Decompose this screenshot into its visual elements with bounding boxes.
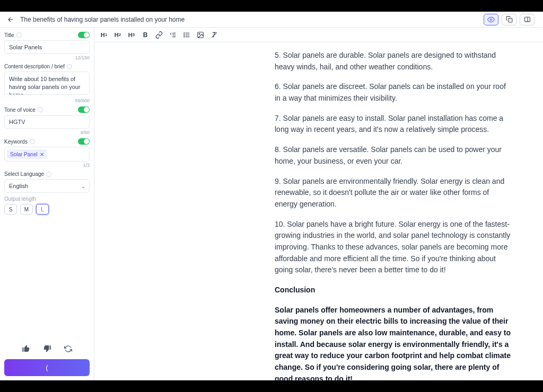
- svg-point-10: [184, 32, 185, 33]
- generate-button[interactable]: (: [4, 359, 90, 376]
- ordered-list-button[interactable]: [169, 30, 177, 40]
- copy-icon: [506, 16, 513, 23]
- language-label: Select Language: [4, 171, 51, 177]
- brief-counter: 59/600: [4, 98, 90, 103]
- list-ordered-icon: [169, 31, 177, 39]
- title-label: Title: [4, 32, 22, 38]
- keyword-tag: Solar Panel ✕: [7, 149, 47, 159]
- title-toggle[interactable]: [78, 32, 90, 38]
- thumbs-up-icon: [22, 344, 30, 353]
- arrow-left-icon: [7, 16, 14, 23]
- tone-toggle[interactable]: [78, 106, 90, 113]
- copy-button[interactable]: [502, 14, 516, 25]
- eye-icon: [487, 16, 495, 23]
- unordered-list-button[interactable]: [182, 30, 191, 40]
- link-button[interactable]: [155, 30, 163, 40]
- refresh-icon: [64, 345, 72, 353]
- output-length-segmented: S M L: [4, 204, 90, 215]
- main-area: H1 H2 H3 B: [94, 28, 543, 380]
- svg-point-14: [199, 33, 200, 34]
- thumbs-down-button[interactable]: [42, 343, 52, 354]
- language-select[interactable]: English: [4, 179, 90, 193]
- tone-input[interactable]: [4, 115, 90, 129]
- thumbs-down-icon: [43, 344, 51, 353]
- keywords-counter: 1/3: [4, 163, 90, 168]
- svg-point-0: [490, 19, 492, 21]
- conclusion-heading: Conclusion: [275, 284, 511, 296]
- svg-rect-1: [508, 19, 512, 22]
- thumbs-up-button[interactable]: [21, 343, 31, 354]
- editor-toolbar: H1 H2 H3 B: [94, 28, 543, 42]
- image-button[interactable]: [196, 30, 205, 40]
- remove-tag-icon[interactable]: ✕: [40, 152, 44, 157]
- info-icon: [30, 139, 35, 144]
- panel-toggle-button[interactable]: [520, 14, 535, 25]
- heading1-button[interactable]: H1: [100, 30, 108, 40]
- letterbox-bottom: [0, 380, 543, 392]
- link-icon: [155, 31, 163, 39]
- title-input[interactable]: [4, 40, 90, 54]
- regenerate-button[interactable]: [63, 343, 74, 354]
- info-icon: [38, 107, 43, 112]
- keywords-label: Keywords: [4, 139, 35, 145]
- title-counter: 12/150: [4, 55, 90, 60]
- content-paragraph: 5. Solar panels are durable. Solar panel…: [275, 50, 511, 73]
- body-layout: Title 12/150 Content description / brief…: [0, 28, 543, 380]
- heading3-button[interactable]: H3: [127, 30, 136, 40]
- image-icon: [197, 31, 204, 39]
- brief-label: Content description / brief: [4, 64, 72, 69]
- keywords-input[interactable]: Solar Panel ✕: [4, 147, 90, 162]
- output-length-l[interactable]: L: [36, 204, 49, 215]
- heading2-button[interactable]: H2: [113, 30, 122, 40]
- content-paragraph: 8. Solar panels are versatile. Solar pan…: [275, 144, 511, 167]
- panel-icon: [524, 16, 531, 23]
- tone-label: Tone of voice: [4, 107, 43, 113]
- feedback-row: [4, 340, 90, 359]
- output-length-m[interactable]: M: [20, 204, 33, 215]
- clear-format-icon: [211, 31, 218, 39]
- output-length-field: Output length S M L: [4, 196, 90, 215]
- language-field: Select Language English ⌄: [4, 171, 90, 193]
- back-button[interactable]: [5, 14, 16, 25]
- app-frame: The benefits of having solar panels inst…: [0, 12, 543, 380]
- brief-field: Content description / brief 59/600: [4, 64, 90, 103]
- svg-point-12: [184, 36, 185, 37]
- list-icon: [183, 31, 190, 39]
- content-paragraph: 7. Solar panels are easy to install. Sol…: [275, 113, 511, 136]
- info-icon: [67, 64, 72, 69]
- header-actions: [484, 14, 535, 25]
- letterbox-top: [0, 0, 543, 12]
- editor-content[interactable]: 5. Solar panels are durable. Solar panel…: [94, 42, 543, 380]
- tone-field: Tone of voice 4/60: [4, 106, 90, 135]
- conclusion-body: Solar panels offer homeowners a number o…: [275, 305, 511, 380]
- clear-format-button[interactable]: [210, 30, 218, 40]
- header-bar: The benefits of having solar panels inst…: [0, 12, 543, 28]
- output-length-s[interactable]: S: [4, 204, 17, 215]
- content-paragraph: 10. Solar panels have a bright future. S…: [275, 219, 511, 276]
- content-paragraph: 6. Solar panels are discreet. Solar pane…: [275, 81, 511, 104]
- svg-point-11: [184, 34, 185, 35]
- title-field: Title 12/150: [4, 32, 90, 60]
- keywords-field: Keywords Solar Panel ✕ 1/3: [4, 138, 90, 168]
- sidebar: Title 12/150 Content description / brief…: [0, 28, 94, 380]
- info-icon: [46, 172, 51, 177]
- generate-button-label: (: [46, 364, 48, 371]
- content-paragraph: 9. Solar panels are environmentally frie…: [275, 176, 511, 210]
- brief-input[interactable]: [4, 72, 90, 95]
- output-length-label: Output length: [4, 196, 36, 202]
- tone-counter: 4/60: [4, 130, 90, 135]
- keywords-toggle[interactable]: [78, 138, 90, 145]
- info-icon: [16, 32, 22, 38]
- preview-button[interactable]: [484, 14, 498, 25]
- bold-button[interactable]: B: [141, 30, 150, 40]
- document-title: The benefits of having solar panels inst…: [20, 16, 484, 23]
- keyword-tag-label: Solar Panel: [10, 152, 38, 157]
